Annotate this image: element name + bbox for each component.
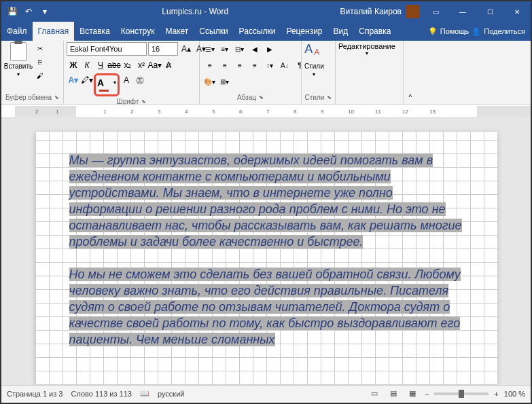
tab-design[interactable]: Конструк bbox=[116, 22, 160, 41]
undo-icon[interactable]: ↶ bbox=[23, 6, 34, 17]
font-size-select[interactable] bbox=[148, 42, 178, 56]
format-painter-icon[interactable]: 🖌 bbox=[34, 69, 46, 81]
clipboard-launcher-icon[interactable]: ⬊ bbox=[54, 94, 59, 100]
ruler[interactable]: 2 1 1 2 3 4 5 6 7 8 9 10 11 12 13 bbox=[1, 105, 531, 118]
qat-dropdown-icon[interactable]: ▾ bbox=[39, 6, 50, 17]
status-bar: Страница 1 из 3 Слово 113 из 113 📖 русск… bbox=[1, 385, 531, 401]
tab-references[interactable]: Ссылки bbox=[194, 22, 233, 41]
clear-format-icon[interactable]: A̷ bbox=[162, 58, 175, 72]
paragraph-launcher-icon[interactable]: ⬊ bbox=[259, 94, 264, 100]
print-layout-icon[interactable]: ▤ bbox=[387, 388, 400, 399]
borders-icon[interactable]: ⊞▾ bbox=[217, 75, 232, 88]
underline-button[interactable]: Ч bbox=[94, 58, 107, 72]
editing-button[interactable]: Редактирование ▾ bbox=[338, 42, 395, 56]
paste-button[interactable]: Вставить ▾ bbox=[4, 42, 33, 77]
ribbon: Вставить ▾ ✂ ⎘ 🖌 Буфер обмена⬊ A▴ A▾ Ж К… bbox=[1, 41, 531, 105]
shading-icon[interactable]: 🎨▾ bbox=[202, 75, 217, 88]
paragraph-label: Абзац bbox=[237, 94, 256, 101]
tab-view[interactable]: Вид bbox=[328, 22, 354, 41]
change-case-icon[interactable]: Aa▾ bbox=[148, 58, 162, 72]
text-effects-icon[interactable]: A▾ bbox=[67, 73, 80, 87]
font-color-button[interactable]: A ▾ bbox=[97, 77, 116, 93]
status-words[interactable]: Слово 113 из 113 bbox=[71, 390, 132, 398]
share-button[interactable]: 👤 Поделиться bbox=[472, 27, 525, 36]
font-name-select[interactable] bbox=[67, 42, 147, 56]
subscript-button[interactable]: x₂ bbox=[121, 58, 135, 72]
cut-icon[interactable]: ✂ bbox=[34, 42, 46, 54]
tab-insert[interactable]: Вставка bbox=[74, 22, 116, 41]
tab-help[interactable]: Справка bbox=[353, 22, 396, 41]
numbering-icon[interactable]: ≡▾ bbox=[217, 42, 232, 56]
sort-icon[interactable]: A↓ bbox=[277, 58, 292, 72]
collapse-ribbon-icon[interactable]: ^ bbox=[404, 41, 417, 104]
group-font: A▴ A▾ Ж К Ч abc x₂ x² Aa▾ A̷ A▾ 🖍▾ A bbox=[64, 41, 200, 104]
zoom-in-icon[interactable]: + bbox=[494, 390, 498, 398]
group-clipboard: Вставить ▾ ✂ ⎘ 🖌 Буфер обмена⬊ bbox=[1, 41, 64, 104]
align-right-icon[interactable]: ≡ bbox=[232, 58, 247, 72]
copy-icon[interactable]: ⎘ bbox=[34, 56, 46, 68]
font-color-highlight: A ▾ bbox=[94, 73, 120, 96]
increase-indent-icon[interactable]: ▶ bbox=[262, 42, 277, 56]
align-center-icon[interactable]: ≡ bbox=[217, 58, 232, 72]
line-spacing-icon[interactable]: ↕▾ bbox=[262, 58, 277, 72]
styles-label: Стили bbox=[305, 94, 325, 101]
title-bar: 💾 ↶ ▾ Lumpics.ru - Word Виталий Каиров ▭… bbox=[1, 1, 531, 22]
justify-icon[interactable]: ≡ bbox=[247, 58, 262, 72]
group-styles: AА Стили ▾ Стили⬊ bbox=[302, 41, 336, 104]
ribbon-display-icon[interactable]: ▭ bbox=[422, 2, 449, 21]
avatar[interactable] bbox=[406, 5, 419, 18]
page[interactable]: Мы — группа энтузиастов, одержимых идеей… bbox=[35, 132, 497, 385]
clipboard-label: Буфер обмена bbox=[5, 94, 52, 101]
multilevel-icon[interactable]: ⊟▾ bbox=[232, 42, 247, 56]
selected-text-1[interactable]: Мы — группа энтузиастов, одержимых идеей… bbox=[69, 153, 462, 249]
tab-layout[interactable]: Макет bbox=[160, 22, 194, 41]
proofing-icon[interactable]: 📖 bbox=[140, 389, 149, 398]
read-mode-icon[interactable]: ▭ bbox=[368, 388, 381, 399]
status-language[interactable]: русский bbox=[158, 390, 184, 398]
align-left-icon[interactable]: ≡ bbox=[202, 58, 217, 72]
clipboard-icon bbox=[10, 42, 26, 61]
app-title: Lumpics.ru - Word bbox=[50, 7, 340, 16]
styles-button[interactable]: AА Стили ▾ bbox=[304, 42, 324, 77]
tab-mailings[interactable]: Рассылки bbox=[234, 22, 281, 41]
tell-me[interactable]: 💡 Помощь bbox=[428, 27, 469, 36]
font-launcher-icon[interactable]: ⬊ bbox=[141, 98, 146, 105]
zoom-slider[interactable] bbox=[434, 392, 489, 395]
superscript-button[interactable]: x² bbox=[135, 58, 148, 72]
strikethrough-button[interactable]: abc bbox=[107, 58, 121, 72]
minimize-icon[interactable]: — bbox=[449, 2, 476, 21]
styles-launcher-icon[interactable]: ⬊ bbox=[327, 94, 332, 100]
ribbon-tabs: Файл Главная Вставка Конструк Макет Ссыл… bbox=[1, 22, 531, 41]
character-border-icon[interactable]: A bbox=[120, 73, 133, 87]
document-area[interactable]: Мы — группа энтузиастов, одержимых идеей… bbox=[1, 118, 531, 385]
web-layout-icon[interactable]: ▦ bbox=[406, 388, 419, 399]
selected-text-2[interactable]: Но мы не сможем это сделать без вашей об… bbox=[69, 268, 461, 346]
decrease-indent-icon[interactable]: ◀ bbox=[247, 42, 262, 56]
maximize-icon[interactable]: ☐ bbox=[476, 2, 503, 21]
tab-home[interactable]: Главная bbox=[33, 22, 75, 41]
user-name: Виталий Каиров bbox=[340, 7, 402, 16]
italic-button[interactable]: К bbox=[80, 58, 94, 72]
bold-button[interactable]: Ж bbox=[67, 58, 80, 72]
zoom-out-icon[interactable]: − bbox=[425, 390, 429, 398]
highlight-icon[interactable]: 🖍▾ bbox=[80, 73, 94, 87]
enclose-icon[interactable]: ㊄ bbox=[133, 73, 147, 87]
group-paragraph: ☰▾ ≡▾ ⊟▾ ◀ ▶ ≡ ≡ ≡ ≡ ↕▾ A↓ ¶ 🎨▾ ⊞▾ Абзац… bbox=[200, 41, 302, 104]
close-icon[interactable]: ✕ bbox=[503, 2, 531, 21]
tab-file[interactable]: Файл bbox=[1, 22, 33, 41]
status-page[interactable]: Страница 1 из 3 bbox=[7, 390, 63, 398]
group-editing: Редактирование ▾ bbox=[336, 41, 404, 104]
tab-review[interactable]: Рецензир bbox=[281, 22, 327, 41]
grow-font-icon[interactable]: A▴ bbox=[179, 42, 193, 56]
zoom-level[interactable]: 100 % bbox=[504, 390, 525, 398]
bullets-icon[interactable]: ☰▾ bbox=[202, 42, 217, 56]
save-icon[interactable]: 💾 bbox=[7, 6, 18, 17]
